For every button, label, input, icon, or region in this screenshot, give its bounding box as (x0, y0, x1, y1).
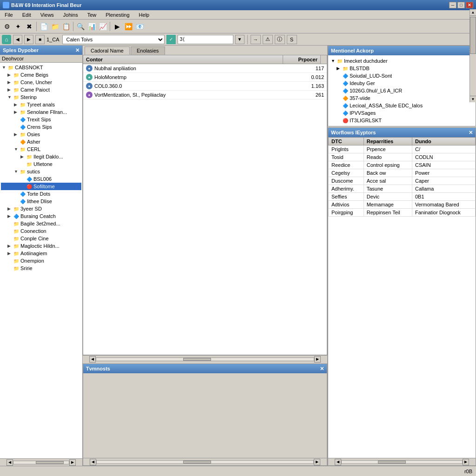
r-tree-item-357[interactable]: ▶ 🔶 357-viide (330, 94, 474, 102)
tree-item-bagile[interactable]: ▶ 📁 Bagile 3et2med... (1, 220, 81, 227)
tree-item-buraing[interactable]: ▶ 🔷 Buraing Ceatch (1, 212, 81, 220)
left-panel-scrollbar[interactable]: ◀ ▶ (0, 458, 82, 466)
right-scroll-track[interactable] (341, 460, 463, 464)
left-panel-close[interactable]: ✕ (75, 47, 79, 53)
r-tree-item-blstdb[interactable]: ▶ 📁 BLSTDB (330, 65, 474, 72)
bottom-center-close[interactable]: ✕ (320, 366, 324, 372)
tree-item-cerl[interactable]: ▼ 📁 CERL (1, 145, 81, 153)
toolbar-btn-2[interactable]: ✦ (13, 21, 23, 32)
tree-item-osies[interactable]: ▶ 📁 Osies (1, 131, 81, 138)
toolbar-btn-11[interactable]: ⏩ (123, 21, 133, 32)
r-toggle-imecket[interactable]: ▼ (331, 59, 337, 63)
toggle-osies[interactable]: ▶ (14, 132, 20, 137)
toggle-senolane[interactable]: ▶ (14, 110, 20, 114)
table-row[interactable]: ● Nublhal anpliiation 117 (83, 64, 327, 73)
toolbar-btn-5[interactable]: 📁 (50, 21, 60, 32)
tree-item-conple[interactable]: ▶ 📁 Conple Cine (1, 235, 81, 242)
toolbar-btn-8[interactable]: 📊 (86, 21, 97, 32)
center-scroll-thumb[interactable] (183, 358, 211, 361)
toggle-came[interactable]: ▶ (7, 87, 13, 92)
tab-cadoral[interactable]: Cadoral Name (85, 46, 130, 55)
menu-johins[interactable]: Johins (60, 12, 81, 18)
menu-views[interactable]: Views (38, 12, 57, 18)
center-scroll-left[interactable]: ◀ (89, 356, 96, 363)
tree-item-coonection[interactable]: ▶ 📁 Coonection (1, 227, 81, 235)
forward-button[interactable]: ▶ (24, 35, 33, 44)
tree-item-asher[interactable]: ▶ 🔶 Asher (1, 138, 81, 145)
tree-item-aotiina[interactable]: ▶ 📁 Aotiinagiem (1, 250, 81, 257)
menu-plenesting[interactable]: Plenesting (103, 12, 132, 18)
tree-item-sririe[interactable]: ▶ 📁 Sririe (1, 264, 81, 272)
tree-item-tyreet[interactable]: ▶ 📁 Tyreet anals (1, 101, 81, 108)
right-scroll-right[interactable]: ▶ (463, 459, 469, 465)
toolbar-btn-10[interactable]: ▶ (112, 21, 122, 32)
r-tree-item-ipvvsages[interactable]: ▶ 🔷 IPVVSages (330, 109, 474, 117)
toggle-sutics[interactable]: ▼ (14, 169, 20, 174)
tree-item-lithee[interactable]: ▶ 🔷 lithee Dlise (1, 198, 81, 205)
toolbar-btn-6[interactable]: 📋 (61, 21, 71, 32)
toggle-root[interactable]: ▼ (2, 65, 7, 70)
r-tree-item-lecioal[interactable]: ▶ 🔷 Lecioal_ASSA_Stule EDC_Ialos (330, 102, 474, 109)
tree-item-magloctic[interactable]: ▶ 📁 Magloctic Hildn... (1, 242, 81, 250)
minimize-button[interactable]: ─ (449, 2, 456, 8)
right-scroll-left[interactable]: ◀ (335, 459, 341, 465)
toggle-buraing[interactable]: ▶ (7, 214, 13, 218)
menu-help[interactable]: Help (136, 12, 152, 18)
toggle-magloctic[interactable]: ▶ (7, 244, 13, 248)
dropdown-arrow[interactable]: ▼ (235, 35, 245, 44)
center-scroll-track[interactable] (96, 357, 314, 361)
toggle-ilegit[interactable]: ▶ (20, 154, 26, 159)
addr-action-3[interactable]: ⓘ (275, 35, 285, 44)
tree-item-torte[interactable]: ▶ 🔷 Torte Dots (1, 190, 81, 198)
bottom-scroll-left[interactable]: ◀ (90, 459, 96, 465)
check-icon[interactable]: ✓ (166, 35, 176, 44)
toolbar-btn-7[interactable]: 🔍 (75, 21, 86, 32)
toolbar-btn-4[interactable]: 📄 (39, 21, 49, 32)
r-tree-item-imecket[interactable]: ▼ 📁 Imecket duchduder (330, 57, 474, 65)
toggle-tyreet[interactable]: ▶ (14, 102, 20, 107)
left-scroll-track[interactable] (13, 461, 69, 464)
r-tree-item-it3lig[interactable]: ▶ 🔴 IT3LIGRLSKT (330, 117, 474, 124)
toggle-cone[interactable]: ▶ (7, 80, 13, 85)
wf-row[interactable]: Adherimy. Tasune Callama (329, 185, 476, 193)
left-scroll-thumb[interactable] (36, 461, 64, 464)
r-toggle-blstdb[interactable]: ▶ (337, 66, 342, 71)
tree-item-sterinp[interactable]: ▼ 📁 Sterinp (1, 93, 81, 101)
toggle-ceme[interactable]: ▶ (7, 73, 13, 77)
toggle-cerl[interactable]: ▼ (14, 147, 20, 152)
menu-edit[interactable]: Edit (20, 12, 34, 18)
toggle-sterinp[interactable]: ▼ (7, 95, 13, 99)
tree-item-bsl006[interactable]: ▶ 🔷 BSL006 (1, 175, 81, 183)
tree-item-sutics[interactable]: ▼ 📁 sutics (1, 168, 81, 175)
toolbar-btn-12[interactable]: 📧 (134, 21, 145, 32)
tree-item-onempion[interactable]: ▶ 📁 Onempion (1, 257, 81, 264)
tree-item-ilegit[interactable]: ▶ 📁 Ilegit Daklo... (1, 153, 81, 160)
addr-action-4[interactable]: S (287, 35, 297, 44)
address-dropdown[interactable]: Calen Toivs (62, 35, 165, 44)
bottom-scroll-track[interactable] (96, 460, 314, 464)
r-tree-item-1026g[interactable]: ▶ 🔷 1026G.0hul/_L6 A_ICR (330, 87, 474, 94)
left-scroll-left[interactable]: ◀ (7, 459, 13, 466)
addr-action-2[interactable]: ⚠ (263, 35, 273, 44)
addr-action-1[interactable]: → (251, 35, 261, 44)
tree-item-senolane[interactable]: ▶ 📁 Senolane Fllran... (1, 108, 81, 116)
left-scroll-right[interactable]: ▶ (69, 459, 76, 466)
toolbar-btn-1[interactable]: ⚙ (2, 21, 12, 32)
tree-item-sofiltome[interactable]: ▶ 🔴 Sofiltome (1, 183, 81, 190)
toggle-3yeer[interactable]: ▶ (7, 206, 13, 211)
tree-item-ceme[interactable]: ▶ 📁 Ceme Beigs (1, 71, 81, 79)
right-scroll-thumb[interactable] (378, 461, 406, 463)
toolbar-btn-3[interactable]: ✖ (24, 21, 34, 32)
table-row[interactable]: ● COL0.360.0 1.163 (83, 82, 327, 91)
tree-item-3yeer[interactable]: ▶ 📁 3yeer SD (1, 205, 81, 212)
center-table-hscroll[interactable]: ◀ ▶ (83, 355, 327, 363)
tree-item-came[interactable]: ▶ 📁 Came Paioct (1, 86, 81, 93)
table-row[interactable]: ● HoloMonetrnp 0.012 (83, 73, 327, 82)
tree-item-root[interactable]: ▼ 📁 CABSNOKT (1, 64, 81, 71)
tab-enolasies[interactable]: Enolasies (131, 46, 165, 55)
wf-row[interactable]: Tosid Reado CODLN (329, 153, 476, 161)
toggle-aotiina[interactable]: ▶ (7, 251, 13, 256)
wf-row[interactable]: Seffies Devic 0B1 (329, 193, 476, 201)
wf-row[interactable]: Adtivios Memamage Vermomatag Bared (329, 201, 476, 209)
bottom-center-hscroll[interactable]: ◀ ▶ (83, 458, 327, 465)
